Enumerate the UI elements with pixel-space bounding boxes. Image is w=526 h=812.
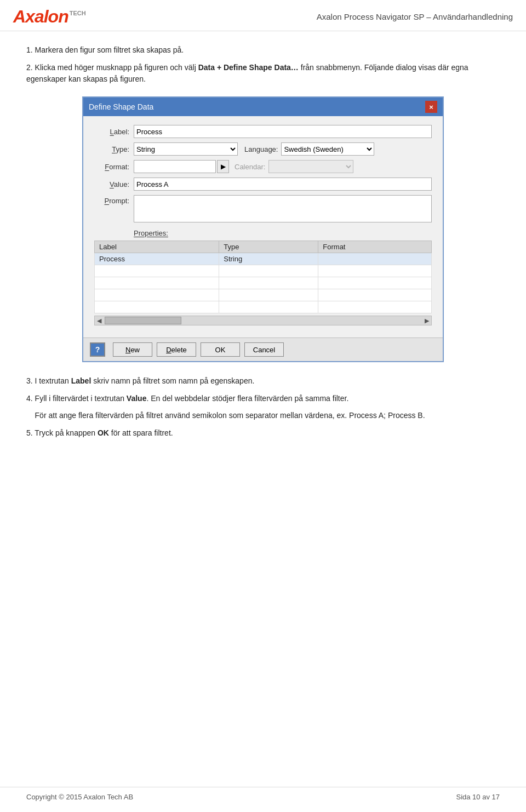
scroll-thumb[interactable] (105, 317, 181, 324)
new-button-underline-char: N (125, 346, 130, 354)
dialog-close-button[interactable]: × (425, 101, 437, 113)
label-field-label: Label: (94, 128, 134, 136)
main-content: 1. Markera den figur som filtret ska ska… (0, 44, 526, 439)
language-select[interactable]: Swedish (Sweden) (281, 142, 374, 156)
prompt-textarea[interactable] (134, 195, 432, 222)
logo-axalon-text: Axalon (13, 8, 68, 25)
table-cell-type: String (219, 253, 318, 265)
step-4-prefix: Fyll i filtervärdet i textrutan (35, 394, 127, 403)
format-label: Format: (94, 163, 134, 171)
step-5a-text: För att ange flera filtervärden på filtr… (35, 411, 425, 420)
value-input[interactable] (134, 178, 432, 191)
step-1-number: 1. (26, 45, 35, 54)
prompt-row: Prompt: (94, 195, 432, 222)
dialog-wrapper: Define Shape Data × Label: Type: (26, 96, 500, 362)
delete-button[interactable]: Delete (157, 342, 196, 357)
table-row-empty-3 (95, 289, 432, 301)
ok-button[interactable]: OK (201, 342, 240, 357)
logo: Axalon TECH (13, 8, 86, 25)
table-row-empty-2 (95, 277, 432, 289)
step-4b: En del webbdelar stödjer flera filtervär… (151, 394, 348, 403)
new-button-label: ew (130, 346, 140, 354)
label-row: Label: (94, 125, 432, 138)
scroll-right-icon[interactable]: ▶ (422, 317, 431, 324)
properties-table: Label Type Format Process String (94, 241, 432, 313)
dialog-titlebar: Define Shape Data × (83, 98, 443, 116)
col-header-format: Format (318, 241, 432, 253)
step-1: 1. Markera den figur som filtret ska ska… (26, 44, 500, 56)
step-5-end: för att spara filtret. (109, 428, 173, 437)
table-cell-label: Process (95, 253, 219, 265)
header: Axalon TECH Axalon Process Navigator SP … (0, 0, 526, 31)
col-header-type: Type (219, 241, 318, 253)
properties-table-body: Process String (95, 253, 432, 313)
step-2-prefix: Klicka med höger musknapp på figuren och… (35, 63, 198, 72)
format-arrow-button[interactable]: ▶ (217, 160, 229, 173)
scroll-left-icon[interactable]: ◀ (95, 317, 104, 324)
header-title: Axalon Process Navigator SP – Användarha… (317, 12, 513, 21)
cancel-button[interactable]: Cancel (244, 342, 284, 357)
step-4-suffix: . (146, 394, 148, 403)
calendar-select[interactable] (268, 160, 353, 173)
properties-table-header: Label Type Format (95, 241, 432, 253)
define-shape-data-dialog: Define Shape Data × Label: Type: (82, 96, 444, 362)
steps-after: 3. I textrutan Label skriv namn på filtr… (26, 375, 500, 439)
logo-tech-text: TECH (70, 10, 86, 16)
format-row: Format: ▶ Calendar: (94, 160, 432, 173)
step-3-number: 3. (26, 376, 35, 385)
step-4-number: 4. (26, 394, 35, 403)
step-5-text: Tryck på knappen (35, 428, 98, 437)
table-header-row: Label Type Format (95, 241, 432, 253)
table-cell-format (318, 253, 432, 265)
new-button[interactable]: New (113, 342, 152, 357)
page-footer: Copyright © 2015 Axalon Tech AB Sida 10 … (0, 787, 526, 801)
step-5-number: 5. (26, 428, 35, 437)
step-5: 5. Tryck på knappen OK för att spara fil… (26, 427, 500, 439)
step-5a: För att ange flera filtervärden på filtr… (26, 410, 500, 422)
col-header-label: Label (95, 241, 219, 253)
calendar-label: Calendar: (235, 163, 265, 171)
format-input[interactable] (134, 160, 216, 173)
copyright-text: Copyright © 2015 Axalon Tech AB (26, 793, 133, 801)
dialog-footer: ? New Delete OK Cancel (83, 338, 443, 361)
page-number: Sida 10 av 17 (456, 793, 500, 801)
dialog-body: Label: Type: String Language: Swedish (S… (83, 116, 443, 338)
label-input[interactable] (134, 125, 432, 138)
delete-button-label: elete (171, 346, 187, 354)
value-row: Value: (94, 178, 432, 191)
type-label: Type: (94, 145, 134, 153)
step-3: 3. I textrutan Label skriv namn på filtr… (26, 375, 500, 387)
delete-button-underline-char: D (166, 346, 171, 354)
help-button[interactable]: ? (90, 342, 105, 357)
value-label: Value: (94, 180, 134, 188)
step-2-bold: Data + Define Shape Data… (198, 63, 299, 72)
step-4-bold: Value (127, 394, 147, 403)
table-scrollbar: ◀ ▶ (94, 316, 432, 325)
language-label: Language: (244, 145, 278, 153)
type-select[interactable]: String (134, 142, 238, 156)
step-5-bold: OK (98, 428, 109, 437)
table-row-empty-1 (95, 265, 432, 277)
step-2-number: 2. (26, 63, 35, 72)
step-3-suffix: skriv namn på filtret som namn på egensk… (91, 376, 254, 385)
type-row: Type: String Language: Swedish (Sweden) (94, 142, 432, 156)
dialog-title: Define Shape Data (89, 102, 153, 111)
step-3-bold: Label (71, 376, 92, 385)
properties-section-label: Properties: (134, 229, 432, 237)
prompt-label: Prompt: (94, 195, 134, 205)
step-3-prefix: I textrutan (35, 376, 71, 385)
step-2: 2. Klicka med höger musknapp på figuren … (26, 62, 500, 85)
step-4: 4. Fyll i filtervärdet i textrutan Value… (26, 393, 500, 405)
table-row[interactable]: Process String (95, 253, 432, 265)
table-row-empty-4 (95, 301, 432, 313)
step-1-text: Markera den figur som filtret ska skapas… (35, 45, 184, 54)
